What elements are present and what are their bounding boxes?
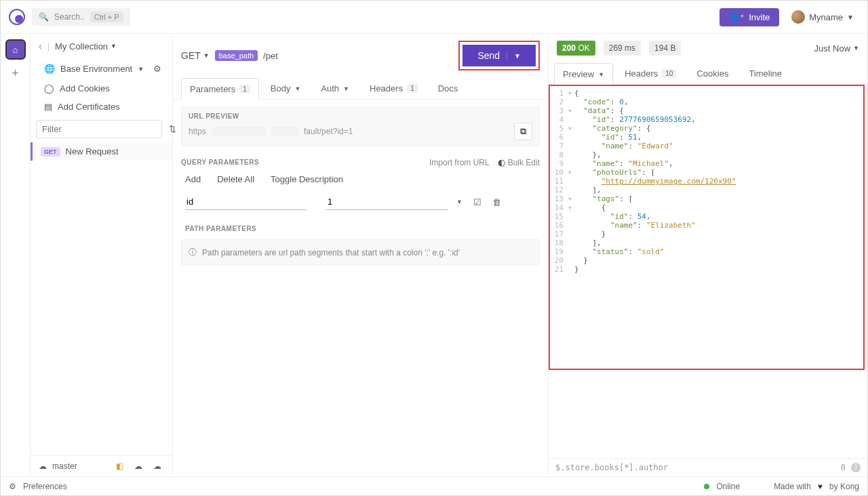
search-box[interactable]: 🔍 Search.. Ctrl + P bbox=[32, 8, 130, 26]
qp-toggle-desc[interactable]: Toggle Description bbox=[271, 174, 343, 184]
pp-hint: ⓘ Path parameters are url path segments … bbox=[181, 239, 540, 266]
chevron-down-icon: ▼ bbox=[853, 45, 859, 51]
chevron-down-icon: ▼ bbox=[111, 43, 117, 49]
chevron-down-icon: ▼ bbox=[343, 85, 349, 92]
tab-docs[interactable]: Docs bbox=[429, 77, 467, 99]
copy-icon: ⧉ bbox=[520, 126, 526, 136]
search-shortcut: Ctrl + P bbox=[90, 12, 123, 22]
activity-bar: ⌂ + bbox=[1, 34, 31, 476]
online-label: Online bbox=[716, 482, 740, 491]
qp-add[interactable]: Add bbox=[185, 174, 201, 184]
invite-button[interactable]: 👤⁺ Invite bbox=[719, 8, 779, 26]
add-workspace-button[interactable]: + bbox=[1, 66, 30, 81]
cloud-icon: ☁ bbox=[39, 461, 47, 471]
info-icon: ⓘ bbox=[189, 247, 197, 258]
copy-url-button[interactable]: ⧉ bbox=[514, 123, 532, 140]
add-certificates-button[interactable]: ▤ Add Certificates bbox=[31, 98, 172, 116]
qp-label: QUERY PARAMETERS bbox=[181, 159, 259, 166]
pp-label: PATH PARAMETERS bbox=[173, 218, 548, 235]
history-dropdown[interactable]: Just Now ▼ bbox=[814, 43, 859, 54]
time-badge: 269 ms bbox=[604, 41, 641, 56]
checkbox-checked-icon[interactable]: ☑ bbox=[471, 196, 484, 209]
request-item[interactable]: GET New Request bbox=[31, 142, 172, 161]
globe-icon: 🌐 bbox=[44, 64, 55, 74]
chevron-down-icon: ▼ bbox=[203, 52, 210, 59]
url-preview: URL PREVIEW https fault/pet?id=1 ⧉ bbox=[181, 106, 540, 146]
chevron-down-icon: ▼ bbox=[138, 66, 144, 73]
heart-icon: ♥ bbox=[818, 482, 823, 491]
param-row: ▼ ☑ 🗑 bbox=[173, 191, 548, 218]
jsonpath-bar[interactable]: $.store.books[*].author 0 ? bbox=[549, 458, 867, 476]
chevron-down-icon[interactable]: ▼ bbox=[454, 197, 465, 207]
response-tabs: Preview ▼ Headers 10 Cookies Timeline bbox=[549, 62, 867, 85]
status-badge: 200 OK bbox=[557, 41, 595, 56]
chevron-down-icon: ▼ bbox=[847, 14, 854, 21]
sidebar: ‹ | My Collection ▼ 🌐 Base Environment ▼… bbox=[31, 34, 173, 476]
param-value-input[interactable] bbox=[326, 194, 448, 210]
tab-timeline[interactable]: Timeline bbox=[740, 62, 791, 84]
sync-cube-icon[interactable]: ◧ bbox=[113, 460, 126, 472]
chevron-down-icon: ▼ bbox=[294, 85, 300, 92]
collection-dropdown[interactable]: My Collection ▼ bbox=[55, 41, 117, 51]
tab-headers[interactable]: Headers 1 bbox=[361, 77, 427, 99]
gear-icon[interactable]: ⚙ bbox=[151, 62, 164, 75]
back-button[interactable]: ‹ bbox=[39, 41, 42, 51]
search-placeholder: Search.. bbox=[54, 12, 85, 22]
online-dot-icon bbox=[704, 484, 709, 489]
tab-preview[interactable]: Preview ▼ bbox=[554, 63, 613, 85]
tab-resp-headers[interactable]: Headers 10 bbox=[616, 62, 685, 84]
request-name: New Request bbox=[66, 146, 119, 157]
url-path[interactable]: /pet bbox=[263, 51, 278, 61]
send-button[interactable]: Send ▼ bbox=[462, 45, 536, 66]
person-plus-icon: 👤⁺ bbox=[729, 12, 745, 22]
import-from-url[interactable]: Import from URL bbox=[429, 158, 490, 167]
request-panel: GET ▼ base_path /pet Send ▼ Parameters 1… bbox=[173, 34, 549, 476]
url-preview-label: URL PREVIEW bbox=[189, 112, 532, 120]
param-key-input[interactable] bbox=[185, 194, 307, 210]
chevron-down-icon: ▼ bbox=[598, 71, 604, 78]
topbar: 🔍 Search.. Ctrl + P 👤⁺ Invite Myname ▼ bbox=[1, 1, 867, 34]
redacted-path bbox=[271, 127, 298, 136]
qp-delete-all[interactable]: Delete All bbox=[217, 174, 254, 184]
gear-icon[interactable]: ⚙ bbox=[9, 482, 16, 491]
tab-auth[interactable]: Auth ▼ bbox=[312, 77, 358, 99]
tab-cookies[interactable]: Cookies bbox=[688, 62, 737, 84]
environment-dropdown[interactable]: 🌐 Base Environment ▼ bbox=[44, 64, 144, 74]
method-dropdown[interactable]: GET ▼ bbox=[181, 50, 210, 61]
response-panel: 200 OK 269 ms 194 B Just Now ▼ Preview ▼… bbox=[549, 34, 867, 476]
trash-icon[interactable]: 🗑 bbox=[490, 196, 504, 209]
username: Myname bbox=[809, 12, 843, 22]
tab-parameters[interactable]: Parameters 1 bbox=[181, 78, 259, 100]
base-path-tag[interactable]: base_path bbox=[215, 50, 258, 61]
home-icon: ⌂ bbox=[13, 45, 18, 55]
toggle-icon: ◐ bbox=[498, 157, 505, 167]
chevron-down-icon[interactable]: ▼ bbox=[507, 52, 521, 60]
add-cookies-button[interactable]: ◯ Add Cookies bbox=[31, 79, 172, 98]
size-badge: 194 B bbox=[649, 41, 681, 56]
certificate-icon: ▤ bbox=[44, 102, 52, 112]
help-icon[interactable]: ? bbox=[851, 463, 861, 472]
avatar bbox=[791, 10, 805, 24]
tab-body[interactable]: Body ▼ bbox=[262, 77, 310, 99]
request-tabs: Parameters 1 Body ▼ Auth ▼ Headers 1 Doc… bbox=[173, 77, 548, 100]
filter-input[interactable] bbox=[36, 120, 162, 138]
branch-name[interactable]: master bbox=[52, 461, 77, 471]
response-highlight: 1▾{2 "code": 0,3▾ "data": {4 "id": 27776… bbox=[549, 85, 865, 370]
response-body[interactable]: 1▾{2 "code": 0,3▾ "data": {4 "id": 27776… bbox=[550, 86, 863, 369]
home-button[interactable]: ⌂ bbox=[5, 39, 26, 60]
search-icon: 🔍 bbox=[39, 12, 49, 22]
cloud-down-icon[interactable]: ☁ bbox=[132, 460, 145, 472]
cookie-icon: ◯ bbox=[44, 83, 54, 94]
footer: ⚙ Preferences Online Made with ♥ by Kong bbox=[1, 476, 867, 495]
redacted-host bbox=[212, 127, 266, 136]
preferences-link[interactable]: Preferences bbox=[23, 482, 67, 491]
git-footer: ☁ master ◧ ☁ ☁ bbox=[31, 455, 172, 476]
method-badge: GET bbox=[41, 147, 60, 157]
jsonpath-count: 0 bbox=[841, 463, 846, 472]
send-highlight: Send ▼ bbox=[458, 41, 540, 70]
app-logo bbox=[9, 9, 25, 25]
cloud-up-icon[interactable]: ☁ bbox=[151, 460, 164, 472]
bulk-edit[interactable]: Bulk Edit bbox=[508, 158, 540, 167]
user-menu[interactable]: Myname ▼ bbox=[786, 7, 859, 26]
